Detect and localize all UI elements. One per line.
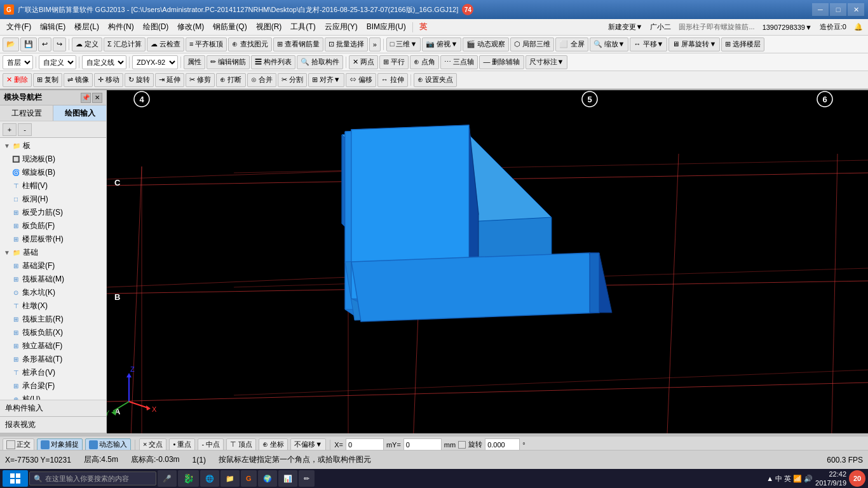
tree-item-spiral-slab[interactable]: 🌀螺旋板(B) [9, 166, 105, 179]
status-no-offset[interactable]: 不偏移▼ [290, 438, 326, 451]
toolbar-break[interactable]: ⊕ 打断 [216, 73, 245, 87]
toolbar-trim[interactable]: ✂ 修剪 [186, 73, 215, 87]
toolbar-rotate[interactable]: 🖥 屏幕旋转▼ [668, 37, 720, 51]
status-top[interactable]: ⊤ 顶点 [226, 438, 256, 451]
menu-view[interactable]: 视图(R) [252, 20, 286, 34]
rotate-input[interactable] [485, 438, 520, 451]
nav-close-button[interactable]: ✕ [92, 93, 102, 103]
taskbar-app-4[interactable]: G [241, 470, 257, 487]
menu-draw[interactable]: 绘图(D) [139, 20, 173, 34]
toolbar-component-list[interactable]: ☰ 构件列表 [251, 55, 295, 69]
nav-report-view[interactable]: 报表视览 [0, 417, 106, 433]
menu-new-change[interactable]: 新建变更▼ [606, 21, 646, 33]
tree-item-foundation-beam[interactable]: ⊞基础梁(F) [9, 259, 105, 273]
toolbar-align-top[interactable]: ≡ 平齐板顶 [186, 37, 227, 51]
tree-item-isolated-foundation[interactable]: ⊞独立基础(F) [9, 339, 105, 353]
toolbar-zoom[interactable]: 🔍 缩放▼ [590, 37, 629, 51]
toolbar-open[interactable]: 📂 [3, 37, 19, 51]
menu-cloud[interactable]: 云应用(Y) [321, 20, 362, 34]
toolbar-redo[interactable]: ↪ [53, 37, 66, 51]
toolbar-stretch[interactable]: ↔ 拉伸 [377, 73, 408, 87]
nav-section-draw[interactable]: 绘图输入 [53, 105, 106, 121]
toolbar-copy[interactable]: ⊞ 复制 [33, 73, 62, 87]
tree-item-raft-neg-rebar[interactable]: ⊞筏板负筋(X) [9, 326, 105, 339]
close-button[interactable]: ✕ [848, 3, 864, 16]
tray-arrow[interactable]: ▲ [766, 475, 773, 482]
status-endpoint[interactable]: • 重点 [169, 438, 195, 451]
taskbar-app-7[interactable]: ✏ [299, 470, 315, 487]
axis-selector[interactable]: 自定义线 [82, 55, 126, 69]
toolbar-pan[interactable]: ↔ 平移▼ [630, 37, 667, 51]
toolbar-save[interactable]: 💾 [20, 37, 37, 51]
toolbar-three-point-axis[interactable]: ⋯ 三点轴 [440, 55, 478, 69]
toolbar-more[interactable]: » [369, 37, 381, 51]
menu-bim[interactable]: BIM应用(U) [363, 20, 410, 34]
toolbar-edit-steel[interactable]: ✏ 编辑钢筋 [207, 55, 250, 69]
menu-assistant[interactable]: 广小二 [648, 21, 674, 33]
taskbar-app-mic[interactable]: 🎤 [158, 470, 177, 487]
toolbar-define[interactable]: ☁ 定义 [72, 37, 102, 51]
toolbar-two-point[interactable]: ✕ 两点 [349, 55, 378, 69]
menu-file[interactable]: 文件(F) [3, 20, 35, 34]
tree-item-pile-cap[interactable]: ⊤桩承台(V) [9, 366, 105, 379]
type-selector[interactable]: 自定义 [39, 55, 76, 69]
toolbar-calc[interactable]: Σ 汇总计算 [104, 37, 146, 51]
menu-steel[interactable]: 钢筋量(Q) [209, 20, 250, 34]
toolbar-parallel[interactable]: ⊞ 平行 [379, 55, 409, 69]
taskbar-app-1[interactable]: 🐉 [178, 470, 199, 487]
rotate-checkbox[interactable] [458, 441, 466, 449]
toolbar-batch-select[interactable]: ⊡ 批量选择 [325, 37, 368, 51]
menu-floor[interactable]: 楼层(L) [71, 20, 103, 34]
tree-item-column-cap[interactable]: ⊤柱帽(V) [9, 179, 105, 193]
menu-tools[interactable]: 工具(T) [287, 20, 319, 34]
nav-pin-button[interactable]: 📌 [81, 93, 91, 103]
toolbar-align2[interactable]: ⊞ 对齐▼ [308, 73, 344, 87]
minimize-button[interactable]: ─ [812, 3, 829, 16]
menu-price[interactable]: 造价豆:0 [817, 21, 849, 33]
tree-group-foundation[interactable]: ▼ 📁 基础 [1, 246, 105, 259]
menu-notification[interactable]: 🔔 [851, 22, 865, 32]
menu-edit[interactable]: 编辑(E) [36, 20, 69, 34]
toolbar-delete[interactable]: ✕ 删除 [3, 73, 32, 87]
toolbar-split[interactable]: ✂ 分割 [278, 73, 307, 87]
toolbar-top-view[interactable]: 📷 俯视▼ [422, 37, 461, 51]
notification-count[interactable]: 20 [849, 470, 865, 487]
toolbar-select-floor[interactable]: ⊞ 选择楼层 [721, 37, 764, 51]
toolbar-view-steel[interactable]: ⊞ 查看钢筋量 [273, 37, 323, 51]
tree-item-strip-foundation[interactable]: ⊞条形基础(T) [9, 353, 105, 366]
nav-section-settings[interactable]: 工程设置 [0, 105, 53, 121]
start-button[interactable] [3, 470, 28, 487]
menu-modify[interactable]: 修改(M) [173, 20, 208, 34]
toolbar-set-point[interactable]: ⊕ 设置夹点 [414, 73, 457, 87]
toolbar-undo[interactable]: ↩ [38, 37, 51, 51]
toolbar-rotate2[interactable]: ↻ 旋转 [125, 73, 154, 87]
taskbar-app-5[interactable]: 🌍 [258, 470, 277, 487]
toolbar-offset[interactable]: ⇔ 偏移 [346, 73, 376, 87]
menu-component[interactable]: 构件(N) [104, 20, 138, 34]
taskbar-clock[interactable]: 22:42 2017/9/19 [815, 470, 846, 488]
toolbar-delete-aux[interactable]: — 删除辅轴 [479, 55, 524, 69]
toolbar-merge[interactable]: ⊙ 合并 [247, 73, 276, 87]
tree-item-slab-neg-rebar[interactable]: ⊞板负筋(F) [9, 219, 105, 233]
taskbar-search[interactable]: 🔍 在这里输入你要搜索的内容 [29, 471, 156, 485]
menu-lang[interactable]: 英 [416, 20, 431, 34]
toolbar-dynamic[interactable]: 🎬 动态观察 [463, 37, 509, 51]
tree-item-cast-slab[interactable]: 🔲现浇板(B) [9, 152, 105, 166]
toolbar-dimension[interactable]: 尺寸标注▼ [526, 55, 568, 69]
tree-item-pier[interactable]: ⊤柱墩(X) [9, 299, 105, 313]
menu-phone[interactable]: 13907298339▼ [760, 22, 815, 32]
toolbar-mirror[interactable]: ⇌ 镜像 [64, 73, 93, 87]
toolbar-cloud-check[interactable]: ☁ 云检查 [147, 37, 184, 51]
tree-item-floor-band[interactable]: ⊞楼层板带(H) [9, 233, 105, 246]
status-intersection[interactable]: × 交点 [139, 438, 166, 451]
nav-single-component[interactable]: 单构件输入 [0, 400, 106, 417]
taskbar-app-2[interactable]: 🌐 [200, 470, 219, 487]
canvas-area[interactable]: 4 5 6 C B A Z X Y [107, 90, 868, 433]
tree-item-sump[interactable]: ⊙集水坑(K) [9, 286, 105, 299]
toolbar-extend[interactable]: ⇥ 延伸 [155, 73, 184, 87]
status-dynamic[interactable]: 动态输入 [85, 438, 131, 451]
status-orthogonal[interactable]: 正交 [3, 438, 34, 451]
tree-group-slab[interactable]: ▼ 📁 板 [1, 139, 105, 152]
tree-item-cap-beam[interactable]: ⊞承台梁(F) [9, 379, 105, 393]
nav-add-btn[interactable]: + [3, 123, 17, 136]
